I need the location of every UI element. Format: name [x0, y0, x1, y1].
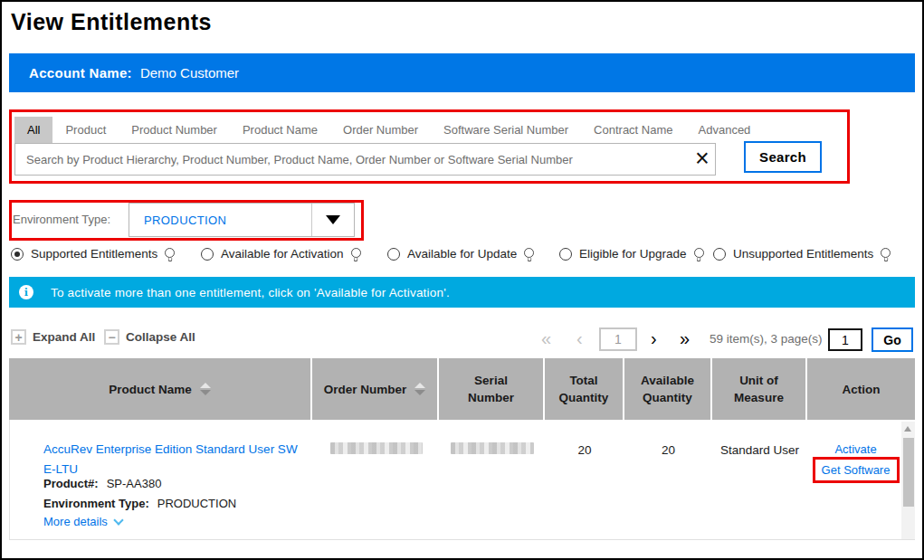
info-icon: i — [19, 285, 33, 299]
info-banner: i To activate more than one entitlement,… — [9, 277, 915, 308]
search-input[interactable] — [14, 143, 716, 176]
view-entitlements-page: View Entitlements Account Name: Demo Cus… — [0, 0, 924, 560]
environment-type-label: Environment Type: — [13, 213, 110, 226]
column-header-action: Action — [807, 358, 915, 420]
unit-of-measure-value: Standard User — [713, 443, 806, 457]
sort-icon[interactable] — [200, 383, 211, 395]
lightbulb-icon — [524, 248, 534, 258]
chevron-down-icon — [113, 515, 123, 525]
order-number-redacted — [330, 442, 423, 454]
collapse-all-label: Collapse All — [126, 330, 195, 344]
lightbulb-icon — [694, 248, 704, 258]
pagination-first-icon[interactable]: « — [541, 327, 551, 349]
info-text: To activate more than one entitlement, c… — [51, 286, 450, 299]
account-name-label: Account Name: — [29, 65, 132, 81]
product-name-cell: AccuRev Enterprise Edition Standard User… — [10, 420, 311, 539]
table-header: Product Name Order Number Serial Number … — [9, 358, 915, 420]
column-header-unit-of-measure: Unit of Measure — [712, 358, 805, 420]
pagination-prev-icon[interactable]: ‹ — [576, 327, 583, 349]
radio-icon — [713, 248, 726, 261]
filter-unsupported-entitlements[interactable]: Unsupported Entitlements — [713, 247, 891, 261]
serial-number-redacted — [451, 442, 534, 454]
column-header-available-quantity: Available Quantity — [624, 358, 710, 420]
environment-type-dropdown[interactable]: PRODUCTION — [129, 203, 355, 237]
clear-search-icon[interactable]: × — [688, 142, 717, 175]
expand-all-label: Expand All — [33, 330, 95, 344]
scrollbar-thumb[interactable] — [903, 438, 914, 507]
goto-page-input[interactable] — [828, 328, 862, 351]
lightbulb-icon — [165, 248, 175, 258]
pagination-last-icon[interactable]: » — [680, 327, 690, 349]
minus-icon: − — [104, 329, 119, 345]
table-scrollbar[interactable] — [901, 422, 915, 540]
more-details-link[interactable]: More details — [43, 515, 122, 528]
get-software-link[interactable]: Get Software — [808, 463, 903, 477]
table-toolbar: + Expand All − Collapse All « ‹ 1 › » 59… — [2, 322, 924, 356]
filter-label: Available for Activation — [221, 247, 344, 261]
collapse-all-button[interactable]: − Collapse All — [104, 329, 195, 345]
filter-label: Supported Entitlements — [31, 247, 157, 261]
filter-label: Available for Update — [407, 247, 517, 261]
entitlement-filters: Supported Entitlements Available for Act… — [2, 247, 924, 269]
tab-product-number[interactable]: Product Number — [119, 117, 230, 143]
tab-product-name[interactable]: Product Name — [230, 117, 330, 143]
filter-supported-entitlements[interactable]: Supported Entitlements — [11, 247, 175, 261]
table-bottom-divider — [9, 539, 915, 540]
go-button[interactable]: Go — [872, 327, 913, 352]
tab-software-serial-number[interactable]: Software Serial Number — [431, 117, 581, 143]
pagination-next-icon[interactable]: › — [651, 327, 657, 349]
chevron-down-icon — [326, 215, 340, 224]
tab-order-number[interactable]: Order Number — [330, 117, 431, 143]
column-header-order-number[interactable]: Order Number — [312, 358, 437, 420]
pagination-current-page: 1 — [599, 327, 637, 351]
total-quantity-value: 20 — [546, 443, 624, 457]
tab-advanced[interactable]: Advanced — [686, 117, 764, 143]
radio-icon — [11, 248, 24, 261]
dropdown-caret-area[interactable] — [312, 215, 354, 224]
pagination-summary: 59 item(s), 3 page(s) — [710, 332, 823, 346]
account-name-value: Demo Customer — [140, 65, 239, 81]
page-title: View Entitlements — [11, 9, 212, 35]
search-button[interactable]: Search — [744, 141, 822, 173]
column-header-total-quantity: Total Quantity — [545, 358, 623, 420]
environment-type-value: PRODUCTION — [129, 214, 311, 227]
filter-available-for-activation[interactable]: Available for Activation — [201, 247, 361, 261]
column-header-product-name[interactable]: Product Name — [9, 358, 310, 420]
search-tabs: All Product Product Number Product Name … — [14, 117, 763, 143]
tab-contract-name[interactable]: Contract Name — [581, 117, 685, 143]
tab-all[interactable]: All — [14, 117, 52, 143]
environment-type-line: Environment Type:PRODUCTION — [43, 497, 236, 510]
lightbulb-icon — [881, 248, 891, 258]
product-name-link[interactable]: AccuRev Enterprise Edition Standard User… — [43, 440, 315, 479]
tab-product[interactable]: Product — [52, 117, 119, 143]
table-row: AccuRev Enterprise Edition Standard User… — [9, 420, 915, 539]
scroll-up-icon[interactable] — [904, 426, 911, 432]
sort-icon[interactable] — [414, 383, 425, 395]
activate-link[interactable]: Activate — [808, 442, 903, 456]
lightbulb-icon — [351, 248, 361, 258]
account-banner: Account Name: Demo Customer — [9, 53, 915, 92]
filter-label: Unsupported Entitlements — [733, 247, 873, 261]
radio-icon — [559, 248, 572, 261]
filter-eligible-for-upgrade[interactable]: Eligible for Upgrade — [559, 247, 704, 261]
filter-available-for-update[interactable]: Available for Update — [387, 247, 534, 261]
plus-icon: + — [11, 329, 26, 345]
radio-icon — [387, 248, 400, 261]
filter-label: Eligible for Upgrade — [579, 247, 687, 261]
available-quantity-value: 20 — [625, 443, 711, 457]
radio-icon — [201, 248, 214, 261]
column-header-serial-number: Serial Number — [439, 358, 543, 420]
expand-all-button[interactable]: + Expand All — [11, 329, 95, 345]
product-number-line: Product#:SP-AA380 — [43, 477, 161, 490]
